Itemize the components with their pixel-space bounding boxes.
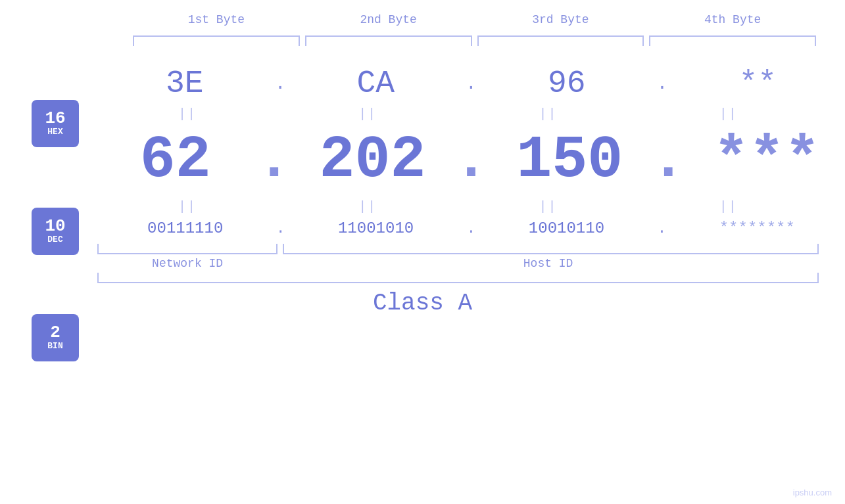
eq-2-b1: || [97,199,278,214]
bottom-brackets-container [97,244,819,254]
bracket-top-b1 [133,35,300,46]
equals-row-2: || || || || [0,199,845,214]
dot-bin-2: . [466,219,475,237]
hex-b1-cell: 3E [97,66,272,101]
eq-2-b4: || [639,199,819,214]
dot-dec-1: . [256,127,292,194]
network-label: Network ID [97,257,278,270]
col-header-b4: 4th Byte [646,13,819,30]
dec-b4-cell: *** [688,127,845,194]
bin-row: 00111110 . 11001010 . 10010110 . *******… [0,219,845,237]
hex-b3-value: 96 [479,66,654,101]
main-container: 16 HEX 10 DEC 2 BIN 1st Byte 2nd Byte 3r… [0,0,845,504]
eq-1-b3: || [458,106,639,122]
dot-dec-3: . [650,127,686,194]
hex-row: 3E . CA . 96 . ** [0,66,845,101]
bin-b4-value: ******** [669,219,845,237]
bracket-top-b2 [305,35,472,46]
bin-b3-value: 10010110 [479,219,654,237]
dec-b3-value: 150 [492,127,648,194]
hex-badge: 16 HEX [32,100,79,147]
bin-badge: 2 BIN [32,314,79,361]
dec-row: 62 . 202 . 150 . *** [0,127,845,194]
class-label: Class A [0,290,845,317]
eq-2-b2: || [278,199,458,214]
dec-b1-cell: 62 [97,127,254,194]
host-label: Host ID [278,257,819,270]
bin-badge-label: BIN [47,341,62,352]
col-header-b2: 2nd Byte [302,13,475,30]
dec-b2-cell: 202 [295,127,451,194]
watermark: ipshu.com [793,488,832,497]
bin-b4-cell: ******** [669,219,845,237]
hex-badge-label: HEX [47,127,62,138]
dec-badge-num: 10 [45,218,65,235]
hex-b2-cell: CA [288,66,463,101]
hex-b2-value: CA [288,66,463,101]
hex-b4-cell: ** [670,66,845,101]
bin-b1-cell: 00111110 [97,219,273,237]
dec-badge: 10 DEC [32,208,79,255]
bin-b1-value: 00111110 [97,219,273,237]
hex-badge-num: 16 [45,110,65,127]
bracket-full-bottom [97,273,819,283]
bracket-bottom-network [97,244,278,254]
dot-hex-2: . [466,74,477,94]
dot-bin-3: . [657,219,666,237]
bin-badge-num: 2 [50,324,60,341]
dec-badge-label: DEC [47,235,62,246]
dot-hex-3: . [657,74,668,94]
bracket-bottom-host [283,244,819,254]
dec-b3-cell: 150 [492,127,648,194]
eq-1-b1: || [97,106,278,122]
bin-b2-cell: 11001010 [288,219,464,237]
col-header-b3: 3rd Byte [475,13,647,30]
hex-b4-value: ** [670,66,845,101]
dot-bin-1: . [276,219,285,237]
hex-b3-cell: 96 [479,66,654,101]
dot-hex-1: . [275,74,286,94]
bracket-top-b4 [649,35,816,46]
bin-b2-value: 11001010 [288,219,464,237]
bracket-top-b3 [477,35,644,46]
top-brackets [0,35,845,46]
segment-labels: Network ID Host ID [97,257,819,270]
col-header-b1: 1st Byte [130,13,302,30]
hex-b1-value: 3E [97,66,272,101]
eq-1-b4: || [639,106,819,122]
eq-1-b2: || [278,106,458,122]
dec-b1-value: 62 [97,127,254,194]
dec-b4-value: *** [688,127,845,194]
column-headers: 1st Byte 2nd Byte 3rd Byte 4th Byte [0,13,845,30]
dot-dec-2: . [453,127,489,194]
equals-row-1: || || || || [0,106,845,122]
dec-b2-value: 202 [295,127,451,194]
eq-2-b3: || [458,199,639,214]
bin-b3-cell: 10010110 [479,219,654,237]
